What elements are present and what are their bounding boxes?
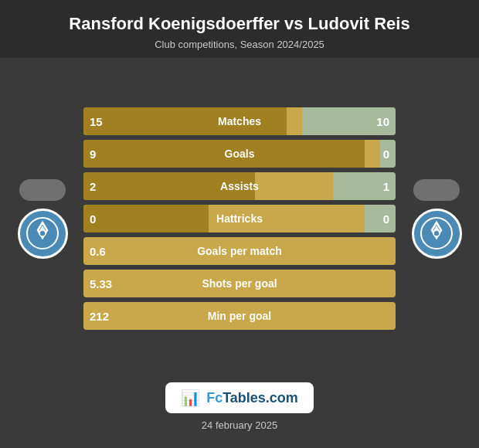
stat-right-val-goals: 0 [383,148,389,161]
page-title: Ransford Koenigsdoerffer vs Ludovit Reis [15,14,464,34]
stat-label-goals_per_match: Goals per match [197,245,282,257]
stat-left-val-assists: 2 [90,180,96,193]
stat-row-matches: 15Matches10 [83,107,396,135]
stat-right-val-assists: 1 [383,180,389,193]
stat-label-shots_per_goal: Shots per goal [202,277,277,290]
subtitle: Club competitions, Season 2024/2025 [15,39,464,50]
date-text: 24 february 2025 [202,419,277,431]
stat-label-goals: Goals [225,148,255,160]
footer-logo: 📊 FcTables.com [165,382,314,413]
main-content: 15Matches109Goals02Assists10Hattricks00.… [0,58,479,379]
stat-row-min_per_goal: 212Min per goal [83,302,396,330]
hsv-logo-right [420,216,454,250]
stat-right-val-hattricks: 0 [383,212,389,226]
team-badge-right [412,209,462,259]
badge-gray-left [19,179,66,201]
stat-label-assists: Assists [220,180,259,192]
header: Ransford Koenigsdoerffer vs Ludovit Reis… [0,0,479,58]
stat-right-val-matches: 10 [376,115,389,128]
svg-point-7 [433,230,440,236]
stat-left-val-hattricks: 0 [90,212,96,226]
stat-label-hattricks: Hattricks [216,212,263,225]
badge-gray-right [413,179,460,201]
stat-row-goals_per_match: 0.6Goals per match [83,237,396,265]
left-team-logo [8,179,77,259]
right-team-logo [402,179,471,259]
stat-left-val-goals_per_match: 0.6 [90,245,106,258]
stat-left-val-matches: 15 [90,115,103,128]
stat-left-val-min_per_goal: 212 [90,310,109,323]
fctables-icon: 📊 [181,389,200,407]
stat-row-hattricks: 0Hattricks0 [83,205,396,232]
stat-left-val-goals: 9 [90,148,96,161]
stats-container: 15Matches109Goals02Assists10Hattricks00.… [77,107,402,330]
stat-row-assists: 2Assists1 [83,172,396,200]
hsv-logo-left [25,216,59,250]
stat-row-shots_per_goal: 5.33Shots per goal [83,270,396,297]
stat-label-min_per_goal: Min per goal [208,310,271,322]
fctables-text: FcTables.com [206,390,298,406]
svg-point-3 [39,230,46,236]
bottom-section: 📊 FcTables.com 24 february 2025 [0,379,479,448]
stat-left-val-shots_per_goal: 5.33 [90,277,112,290]
stat-row-goals: 9Goals0 [83,140,396,168]
stat-label-matches: Matches [218,115,261,127]
team-badge-left [18,209,68,259]
